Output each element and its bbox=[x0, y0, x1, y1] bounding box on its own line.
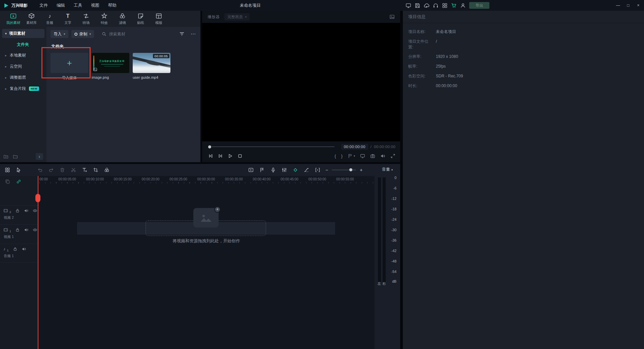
close-button[interactable]: × bbox=[633, 0, 643, 11]
tab-templates[interactable]: 模板 bbox=[151, 11, 167, 27]
tab-my-media[interactable]: 我的素材 bbox=[5, 11, 21, 27]
menu-edit[interactable]: 编辑 bbox=[52, 0, 69, 11]
sidebar-item-local-media[interactable]: ▸ 本地素材 bbox=[0, 50, 46, 61]
display-mode-icon[interactable] bbox=[360, 153, 365, 159]
add-media-badge[interactable]: + bbox=[214, 206, 221, 213]
collapse-sidebar-button[interactable]: ‹ bbox=[36, 153, 43, 160]
record-button[interactable]: 录制 ▾ bbox=[71, 30, 94, 38]
preview-image-icon[interactable] bbox=[389, 14, 395, 20]
display-settings-icon[interactable] bbox=[406, 3, 411, 8]
stop-icon[interactable] bbox=[237, 153, 243, 159]
next-frame-icon[interactable] bbox=[218, 153, 223, 159]
mute-track-icon[interactable] bbox=[22, 247, 26, 251]
menu-file[interactable]: 文件 bbox=[35, 0, 52, 11]
tab-audio[interactable]: ♪ 音频 bbox=[42, 11, 58, 27]
folder-tree-icon[interactable] bbox=[13, 154, 18, 159]
zoom-out-icon[interactable]: − bbox=[325, 167, 328, 173]
track-manager-icon[interactable] bbox=[5, 167, 10, 173]
project-title: 未命名项目 bbox=[240, 0, 261, 11]
tab-stickers[interactable]: 贴纸 bbox=[133, 11, 149, 27]
progress-handle[interactable] bbox=[208, 145, 211, 148]
voiceover-icon[interactable] bbox=[270, 167, 276, 173]
export-button[interactable]: 导出 bbox=[469, 2, 489, 9]
menu-tools[interactable]: 工具 bbox=[69, 0, 87, 11]
sidebar-item-cloud-space[interactable]: ▸ 云空间 bbox=[0, 61, 46, 72]
color-match-icon[interactable] bbox=[104, 167, 109, 173]
link-clips-icon[interactable] bbox=[16, 179, 21, 184]
minimize-button[interactable]: — bbox=[613, 0, 623, 11]
mute-track-icon[interactable] bbox=[24, 228, 29, 232]
new-folder-icon[interactable] bbox=[3, 154, 8, 159]
media-item-video[interactable]: 00:00:05 user guide.mp4 bbox=[133, 53, 170, 80]
timeline-ruler[interactable]: 00:00 00:00:05:00 00:00:10:00 00:00:15:0… bbox=[38, 176, 375, 183]
audio-mixer-icon[interactable] bbox=[282, 167, 287, 173]
tab-text[interactable]: T 文字 bbox=[60, 11, 76, 27]
track-header-video-1[interactable]: 1 视频 1 bbox=[0, 224, 38, 244]
sidebar-item-compound-clip[interactable]: ▸ 复合片段 NEW bbox=[0, 83, 46, 94]
store-cart-icon[interactable] bbox=[451, 3, 457, 8]
menu-view[interactable]: 视图 bbox=[87, 0, 104, 11]
hide-track-icon[interactable] bbox=[33, 228, 37, 232]
media-item-image[interactable]: 万兴喵影全球换新发布 image.png bbox=[92, 53, 129, 80]
sidebar-item-folder[interactable]: 文件夹 bbox=[0, 39, 46, 50]
quality-dropdown[interactable]: 完整画质 ▾ bbox=[224, 13, 250, 21]
keyframe-icon[interactable] bbox=[293, 167, 298, 173]
track-number: 1 bbox=[9, 230, 11, 233]
select-tool-icon[interactable] bbox=[16, 167, 21, 173]
mark-out-icon[interactable]: } bbox=[341, 153, 343, 159]
add-marker-button[interactable]: ▾ bbox=[348, 153, 355, 159]
apps-grid-icon[interactable] bbox=[442, 3, 448, 8]
lock-track-icon[interactable] bbox=[13, 247, 18, 251]
zoom-in-icon[interactable]: + bbox=[360, 167, 362, 173]
mark-in-icon[interactable]: { bbox=[334, 153, 336, 159]
preview-viewport bbox=[202, 23, 400, 141]
playhead-handle[interactable] bbox=[35, 194, 40, 202]
progress-track[interactable] bbox=[212, 146, 334, 147]
import-media-card[interactable]: + 导入媒体 bbox=[51, 53, 88, 80]
more-options-icon[interactable]: ⋯ bbox=[191, 31, 196, 37]
render-preview-icon[interactable] bbox=[248, 167, 254, 173]
search-input[interactable] bbox=[109, 32, 163, 36]
lock-track-icon[interactable] bbox=[15, 228, 20, 232]
tab-effects[interactable]: 特效 bbox=[96, 11, 112, 27]
delete-icon[interactable] bbox=[60, 167, 65, 173]
marker-flag-icon[interactable] bbox=[259, 167, 265, 173]
tab-transitions[interactable]: 转场 bbox=[78, 11, 94, 27]
info-row-duration: 时长: 00:00:00:00 bbox=[408, 83, 639, 89]
lock-track-icon[interactable] bbox=[15, 208, 20, 213]
hide-track-icon[interactable] bbox=[33, 208, 37, 213]
undo-icon[interactable] bbox=[37, 167, 43, 173]
cloud-upload-icon[interactable] bbox=[424, 3, 429, 8]
play-icon[interactable] bbox=[228, 153, 233, 159]
sidebar-item-project-media[interactable]: ▾ 项目素材 bbox=[2, 29, 44, 38]
menu-help[interactable]: 帮助 bbox=[104, 0, 121, 11]
zoom-slider-handle[interactable] bbox=[349, 168, 352, 171]
mark-inout-icon[interactable] bbox=[315, 167, 320, 173]
tab-filters[interactable]: 滤镜 bbox=[115, 11, 130, 27]
maximize-button[interactable]: □ bbox=[623, 0, 633, 11]
speed-ramp-icon[interactable] bbox=[304, 167, 309, 173]
save-project-icon[interactable] bbox=[415, 3, 420, 8]
tab-stock-media[interactable]: 素材库 bbox=[24, 11, 39, 27]
previous-frame-icon[interactable] bbox=[208, 153, 213, 159]
volume-icon[interactable] bbox=[380, 153, 385, 159]
db-unit-label: dB bbox=[392, 279, 396, 283]
split-icon[interactable] bbox=[71, 167, 76, 173]
support-icon[interactable] bbox=[433, 3, 439, 8]
redo-icon[interactable] bbox=[49, 167, 54, 173]
filter-icon[interactable] bbox=[179, 31, 185, 37]
account-icon[interactable] bbox=[460, 3, 466, 8]
import-button[interactable]: 导入 ▾ bbox=[51, 30, 68, 38]
add-text-icon[interactable] bbox=[82, 167, 87, 173]
volume-meter-toggle[interactable]: 音量 ▴ bbox=[375, 164, 400, 175]
mute-track-icon[interactable] bbox=[24, 208, 29, 213]
zoom-slider[interactable] bbox=[332, 170, 356, 170]
snapshot-icon[interactable] bbox=[370, 153, 375, 159]
fullscreen-icon[interactable] bbox=[390, 153, 395, 159]
crop-icon[interactable] bbox=[93, 167, 98, 173]
duplicate-icon[interactable] bbox=[5, 179, 10, 184]
sidebar-item-adjustment-layer[interactable]: ▸ 调整图层 bbox=[0, 72, 46, 83]
track-header-audio-1[interactable]: ♪ 1 音频 1 bbox=[0, 244, 38, 263]
project-info-panel: 项目信息 项目名称: 未命名项目 项目文件位置: / 分辨率: 1920 x 1… bbox=[403, 11, 644, 349]
track-header-video-2[interactable]: 2 视频 2 bbox=[0, 205, 38, 224]
